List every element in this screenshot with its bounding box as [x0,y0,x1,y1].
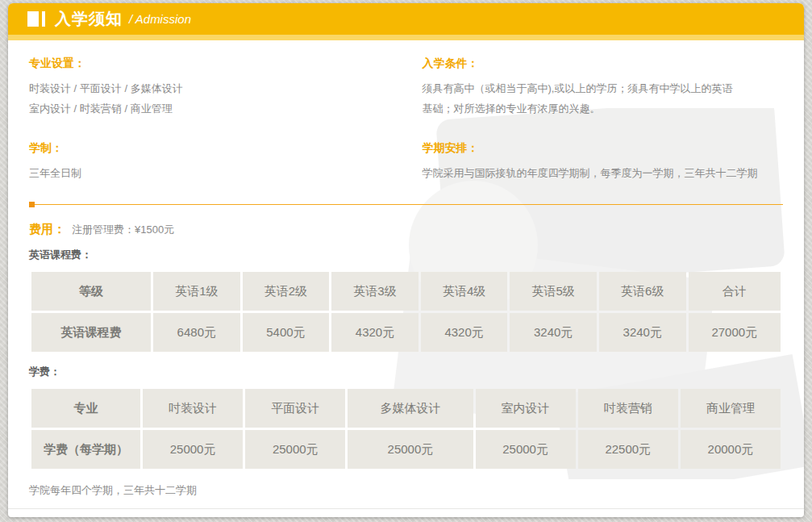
table-cell: 学费（每学期） [31,430,140,469]
section-conditions: 入学条件： 须具有高中（或相当于高中),或以上的学历；须具有中学以上的英语 基础… [423,56,784,119]
table-header-cell: 英语4级 [421,272,508,311]
section-title-majors: 专业设置： [29,56,390,71]
table-header-cell: 英语5级 [510,272,597,311]
tuition-table-label: 学费： [29,365,783,379]
table-row: 等级 英语1级 英语2级 英语3级 英语4级 英语5级 英语6级 合计 [31,272,781,311]
table-cell: 25000元 [245,430,345,469]
majors-line2: 室内设计 / 时装营销 / 商业管理 [29,98,390,119]
table-cell: 25000元 [476,430,576,469]
table-cell: 3240元 [599,313,686,352]
table-row: 英语课程费 6480元 5400元 4320元 4320元 3240元 3240… [31,313,781,352]
info-grid: 专业设置： 时装设计 / 平面设计 / 多媒体设计 室内设计 / 时装营销 / … [29,56,783,183]
table-header-cell: 等级 [31,272,151,311]
english-table-label: 英语课程费： [29,248,783,262]
table-header-cell: 多媒体设计 [348,389,473,428]
table-cell: 5400元 [243,313,330,352]
content-area: 专业设置： 时装设计 / 平面设计 / 多媒体设计 室内设计 / 时装营销 / … [8,40,804,508]
table-cell: 3240元 [510,313,597,352]
page-subtitle: / Admission [129,12,191,26]
tuition-table: 专业 吋装设计 平面设计 多媒体设计 室内设计 吋装营销 商业管理 学费（每学期… [29,386,783,471]
table-cell: 英语课程费 [31,313,151,352]
footer-bar: 下载招生简章 上一页 << 下一页 >> [8,508,804,517]
table-cell: 4320元 [331,313,418,352]
registration-fee: 注册管理费：¥1500元 [72,223,174,237]
table-header-cell: 吋装设计 [143,389,243,428]
section-title-duration: 学制： [29,141,390,156]
conditions-line1: 须具有高中（或相当于高中),或以上的学历；须具有中学以上的英语 [423,78,784,98]
table-cell: 6480元 [153,313,240,352]
table-cell: 27000元 [689,313,781,352]
header-bar-icon [42,11,45,27]
page-title: 入学须知 [55,8,123,30]
english-fee-table: 等级 英语1级 英语2级 英语3级 英语4级 英语5级 英语6级 合计 英语课程… [29,269,783,354]
table-header-cell: 英语3级 [331,272,418,311]
semester-line1: 学院采用与国际接轨的年度四学期制，每季度为一学期，三年共十二学期 [423,163,784,183]
orange-divider [29,204,783,205]
section-majors: 专业设置： 时装设计 / 平面设计 / 多媒体设计 室内设计 / 时装营销 / … [29,56,390,119]
table-header-cell: 合计 [689,272,781,311]
table-row: 专业 吋装设计 平面设计 多媒体设计 室内设计 吋装营销 商业管理 [31,389,781,428]
table-header-cell: 英语6级 [599,272,686,311]
section-duration: 学制： 三年全日制 [29,141,390,183]
table-row: 学费（每学期） 25000元 25000元 25000元 25000元 2250… [31,430,781,469]
section-title-conditions: 入学条件： [423,56,784,71]
table-cell: 25000元 [348,430,473,469]
section-semester: 学期安排： 学院采用与国际接轨的年度四学期制，每季度为一学期，三年共十二学期 [423,141,784,183]
majors-line1: 时装设计 / 平面设计 / 多媒体设计 [29,78,390,98]
table-cell: 25000元 [143,430,243,469]
table-header-cell: 商业管理 [681,389,781,428]
conditions-line2: 基础；对所选择的专业有浓厚的兴趣。 [423,98,784,119]
table-header-cell: 英语1级 [153,272,240,311]
table-header-cell: 专业 [31,389,140,428]
table-cell: 20000元 [681,430,781,469]
table-header-cell: 英语2级 [243,272,330,311]
header-square-icon [27,11,39,27]
section-title-semester: 学期安排： [423,141,784,156]
duration-line1: 三年全日制 [29,163,390,183]
page-header: 入学须知 / Admission [8,3,804,35]
table-header-cell: 平面设计 [245,389,345,428]
fee-line: 费用： 注册管理费：¥1500元 [29,222,783,237]
semester-note: 学院每年四个学期，三年共十二学期 [29,483,783,498]
table-header-cell: 吋装营销 [578,389,678,428]
table-cell: 22500元 [578,430,678,469]
header-strip [8,35,804,40]
fee-label: 费用： [29,222,65,237]
table-header-cell: 室内设计 [476,389,576,428]
table-cell: 4320元 [421,313,508,352]
admission-panel: 入学须知 / Admission 专业设置： 时装设计 / 平面设计 / 多媒体… [8,3,804,517]
